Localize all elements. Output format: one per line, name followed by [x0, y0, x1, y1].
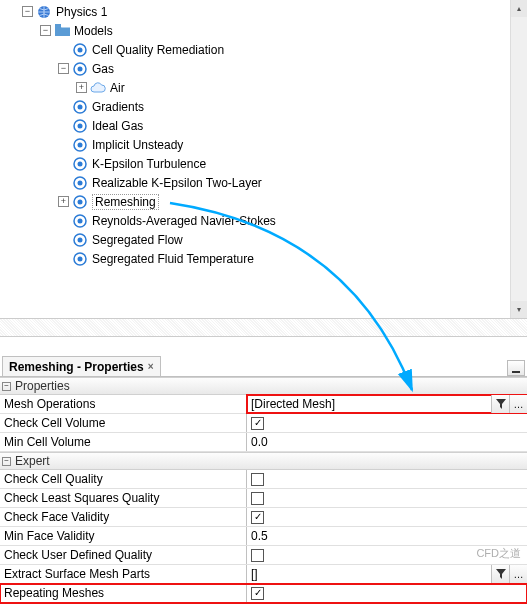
target-icon [72, 251, 88, 267]
tree-node[interactable]: K-Epsilon Turbulence [0, 154, 527, 173]
folder-icon [54, 23, 70, 39]
prop-value[interactable]: ✓ [247, 414, 527, 432]
tree-node[interactable]: Segregated Fluid Temperature [0, 249, 527, 268]
target-icon [72, 42, 88, 58]
prop-check-cell-quality: Check Cell Quality [0, 470, 527, 489]
checkbox[interactable] [251, 492, 264, 505]
collapse-icon[interactable]: − [58, 63, 69, 74]
tree-label: Ideal Gas [92, 119, 143, 133]
target-icon [72, 118, 88, 134]
target-icon [72, 232, 88, 248]
tree-label: Gradients [92, 100, 144, 114]
prop-value[interactable]: 0.5 [247, 527, 527, 545]
prop-value[interactable]: ✓ [247, 508, 527, 526]
tree-label: Segregated Flow [92, 233, 183, 247]
target-icon [72, 213, 88, 229]
svg-point-7 [78, 104, 83, 109]
tree-node[interactable]: Gradients [0, 97, 527, 116]
section-label: Expert [15, 454, 50, 468]
cloud-icon [90, 80, 106, 96]
svg-point-9 [78, 123, 83, 128]
target-icon [72, 137, 88, 153]
more-button[interactable]: … [509, 565, 527, 583]
properties-tab[interactable]: Remeshing - Properties × [2, 356, 161, 376]
tree-node[interactable]: −Gas [0, 59, 527, 78]
prop-min-face-validity: Min Face Validity 0.5 [0, 527, 527, 546]
tree-label: Remeshing [92, 194, 159, 210]
svg-point-17 [78, 199, 83, 204]
svg-point-23 [78, 256, 83, 261]
tree-label: Realizable K-Epsilon Two-Layer [92, 176, 262, 190]
prop-extract-surface-mesh: Extract Surface Mesh Parts [] … [0, 565, 527, 584]
prop-value[interactable]: 0.0 [247, 433, 527, 451]
svg-point-15 [78, 180, 83, 185]
tree-node[interactable]: Realizable K-Epsilon Two-Layer [0, 173, 527, 192]
filter-button[interactable] [491, 565, 509, 583]
tree-label: Implicit Unsteady [92, 138, 183, 152]
checkbox[interactable]: ✓ [251, 587, 264, 600]
tree-label: Models [74, 24, 113, 38]
prop-label: Check Cell Volume [0, 414, 247, 432]
checkbox[interactable]: ✓ [251, 417, 264, 430]
scroll-down-button[interactable]: ▾ [511, 301, 527, 318]
tree-node[interactable]: Reynolds-Averaged Navier-Stokes [0, 211, 527, 230]
collapse-icon[interactable]: − [22, 6, 33, 17]
tree-label: Segregated Fluid Temperature [92, 252, 254, 266]
prop-value[interactable] [247, 470, 527, 488]
svg-rect-1 [55, 24, 61, 27]
more-button[interactable]: … [509, 395, 527, 413]
svg-point-19 [78, 218, 83, 223]
prop-label: Repeating Meshes [0, 584, 247, 602]
model-tree: − Physics 1 − Models Cell Quality Remedi… [0, 0, 527, 318]
prop-value[interactable] [247, 489, 527, 507]
close-icon[interactable]: × [148, 361, 154, 372]
checkbox[interactable] [251, 473, 264, 486]
svg-point-21 [78, 237, 83, 242]
prop-value[interactable]: [Directed Mesh] … [247, 395, 527, 413]
properties-tab-bar: Remeshing - Properties × [0, 355, 527, 377]
prop-repeating-meshes: Repeating Meshes ✓ [0, 584, 527, 603]
tree-node-physics[interactable]: − Physics 1 [0, 2, 527, 21]
prop-value[interactable]: ✓ [247, 584, 527, 602]
expand-icon[interactable]: + [58, 196, 69, 207]
prop-min-cell-volume: Min Cell Volume 0.0 [0, 433, 527, 452]
panel-divider [0, 318, 527, 337]
target-icon [72, 175, 88, 191]
collapse-icon[interactable]: − [2, 382, 11, 391]
target-icon [72, 99, 88, 115]
scroll-up-button[interactable]: ▴ [511, 0, 527, 17]
tree-label: Physics 1 [56, 5, 107, 19]
checkbox[interactable]: ✓ [251, 511, 264, 524]
tree-node-models[interactable]: − Models [0, 21, 527, 40]
tree-node[interactable]: +Air [0, 78, 527, 97]
prop-check-cell-volume: Check Cell Volume ✓ [0, 414, 527, 433]
prop-label: Mesh Operations [0, 395, 247, 413]
expand-icon[interactable]: + [76, 82, 87, 93]
filter-button[interactable] [491, 395, 509, 413]
target-icon [72, 156, 88, 172]
property-grid: − Properties Mesh Operations [Directed M… [0, 377, 527, 603]
prop-label: Check Cell Quality [0, 470, 247, 488]
svg-point-11 [78, 142, 83, 147]
tree-node[interactable]: Segregated Flow [0, 230, 527, 249]
collapse-icon[interactable]: − [2, 457, 11, 466]
tree-node[interactable]: Cell Quality Remediation [0, 40, 527, 59]
minimize-button[interactable] [507, 360, 525, 376]
tree-label: Air [110, 81, 125, 95]
tree-node[interactable]: +Remeshing [0, 192, 527, 211]
tree-node[interactable]: Implicit Unsteady [0, 135, 527, 154]
tree-node[interactable]: Ideal Gas [0, 116, 527, 135]
target-icon [72, 61, 88, 77]
svg-point-13 [78, 161, 83, 166]
checkbox[interactable] [251, 549, 264, 562]
prop-value[interactable]: [] … [247, 565, 527, 583]
tree-label: K-Epsilon Turbulence [92, 157, 206, 171]
scrollbar-vertical[interactable]: ▴ ▾ [510, 0, 527, 318]
tab-title: Remeshing - Properties [9, 360, 144, 374]
section-properties[interactable]: − Properties [0, 377, 527, 395]
collapse-icon[interactable]: − [40, 25, 51, 36]
svg-point-3 [78, 47, 83, 52]
globe-icon [36, 4, 52, 20]
section-expert[interactable]: − Expert [0, 452, 527, 470]
tree-label: Reynolds-Averaged Navier-Stokes [92, 214, 276, 228]
